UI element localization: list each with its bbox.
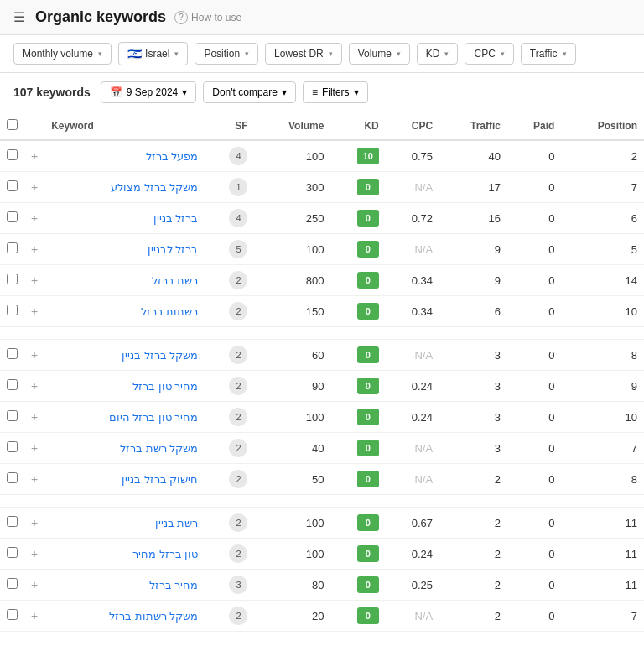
keyword-link[interactable]: ברזל בניין xyxy=(153,212,199,225)
plus-icon[interactable]: + xyxy=(31,211,38,225)
expand-cell[interactable]: + xyxy=(24,601,44,632)
row-checkbox-cell[interactable] xyxy=(0,296,24,327)
plus-icon[interactable]: + xyxy=(31,149,38,163)
plus-icon[interactable]: + xyxy=(31,547,38,560)
expand-cell[interactable]: + xyxy=(24,464,44,495)
keyword-link[interactable]: משקל ברזל מצולע xyxy=(111,181,198,194)
kd-cell: 0 xyxy=(330,570,385,601)
kd-cell: 0 xyxy=(330,234,385,265)
keyword-link[interactable]: משקל רשתות ברזל xyxy=(109,610,198,623)
row-checkbox-cell[interactable] xyxy=(0,601,24,632)
monthly-volume-label: Monthly volume xyxy=(23,48,93,60)
row-checkbox[interactable] xyxy=(7,180,18,191)
plus-icon[interactable]: + xyxy=(31,242,38,256)
keyword-link[interactable]: טון ברזל מחיר xyxy=(132,548,198,560)
row-checkbox[interactable] xyxy=(7,516,18,527)
plus-icon[interactable]: + xyxy=(31,472,38,486)
help-link[interactable]: ? How to use xyxy=(174,11,242,24)
expand-cell[interactable]: + xyxy=(24,340,44,371)
keyword-cell: טון ברזל מחיר xyxy=(44,539,205,570)
plus-icon[interactable]: + xyxy=(31,578,38,591)
row-checkbox[interactable] xyxy=(7,149,18,160)
monthly-volume-filter[interactable]: Monthly volume ▾ xyxy=(13,43,112,65)
keyword-link[interactable]: משקל רשת ברזל xyxy=(120,442,198,455)
row-checkbox[interactable] xyxy=(7,609,18,620)
keyword-link[interactable]: מפעל ברזל xyxy=(146,150,199,163)
plus-icon[interactable]: + xyxy=(31,348,38,362)
row-checkbox-cell[interactable] xyxy=(0,203,24,234)
row-checkbox-cell[interactable] xyxy=(0,234,24,265)
traffic-filter[interactable]: Traffic ▾ xyxy=(521,43,576,65)
keyword-link[interactable]: מחיר ברזל xyxy=(149,579,199,591)
row-checkbox[interactable] xyxy=(7,305,18,315)
expand-cell[interactable]: + xyxy=(24,296,44,327)
keyword-link[interactable]: מחיר טון ברזל xyxy=(132,380,198,393)
expand-cell[interactable]: + xyxy=(24,570,44,601)
row-checkbox[interactable] xyxy=(7,242,18,253)
row-checkbox-cell[interactable] xyxy=(0,265,24,296)
position-filter[interactable]: Position ▾ xyxy=(195,43,258,65)
plus-icon[interactable]: + xyxy=(31,609,38,623)
row-checkbox[interactable] xyxy=(7,578,18,589)
select-all-checkbox[interactable] xyxy=(7,119,18,130)
paid-cell: 0 xyxy=(507,570,561,601)
keyword-link[interactable]: משקל ברזל בניין xyxy=(122,349,198,362)
row-checkbox[interactable] xyxy=(7,274,18,284)
plus-icon[interactable]: + xyxy=(31,180,38,194)
plus-icon[interactable]: + xyxy=(31,379,38,393)
row-checkbox-cell[interactable] xyxy=(0,433,24,464)
chevron-down-icon: ▾ xyxy=(282,86,287,98)
keyword-link[interactable]: ברזל לבניין xyxy=(148,243,199,256)
keyword-link[interactable]: חישוק ברזל בניין xyxy=(122,473,198,486)
expand-cell[interactable]: + xyxy=(24,539,44,570)
row-checkbox-cell[interactable] xyxy=(0,371,24,402)
menu-icon[interactable]: ☰ xyxy=(13,9,25,25)
sf-badge: 2 xyxy=(229,513,247,532)
row-checkbox-cell[interactable] xyxy=(0,508,24,539)
expand-cell[interactable]: + xyxy=(24,203,44,234)
compare-button[interactable]: Don't compare ▾ xyxy=(203,81,296,103)
kd-filter[interactable]: KD ▾ xyxy=(417,43,459,65)
keyword-link[interactable]: מחיר טון ברזל היום xyxy=(109,411,199,424)
lowest-dr-filter[interactable]: Lowest DR ▾ xyxy=(265,43,342,65)
position-cell: 2 xyxy=(561,140,644,172)
row-checkbox-cell[interactable] xyxy=(0,340,24,371)
row-checkbox[interactable] xyxy=(7,472,18,483)
volume-filter[interactable]: Volume ▾ xyxy=(349,43,410,65)
row-checkbox[interactable] xyxy=(7,547,18,558)
plus-icon[interactable]: + xyxy=(31,410,38,424)
row-checkbox-cell[interactable] xyxy=(0,140,24,172)
plus-icon[interactable]: + xyxy=(31,305,38,318)
row-checkbox[interactable] xyxy=(7,441,18,452)
row-checkbox-cell[interactable] xyxy=(0,570,24,601)
keyword-link[interactable]: רשת ברזל xyxy=(152,274,199,287)
select-all-header[interactable] xyxy=(0,112,24,140)
keyword-link[interactable]: רשת בניין xyxy=(155,517,199,529)
country-filter[interactable]: 🇮🇱 Israel ▾ xyxy=(118,42,188,65)
row-checkbox[interactable] xyxy=(7,379,18,390)
row-checkbox-cell[interactable] xyxy=(0,539,24,570)
expand-cell[interactable]: + xyxy=(24,433,44,464)
keyword-link[interactable]: רשתות ברזל xyxy=(141,305,199,318)
keyword-cell: ברזל לבניין xyxy=(44,234,205,265)
row-checkbox-cell[interactable] xyxy=(0,464,24,495)
expand-cell[interactable]: + xyxy=(24,508,44,539)
expand-cell[interactable]: + xyxy=(24,234,44,265)
cpc-filter[interactable]: CPC ▾ xyxy=(465,43,513,65)
row-checkbox-cell[interactable] xyxy=(0,402,24,433)
row-checkbox-cell[interactable] xyxy=(0,172,24,203)
filters-button[interactable]: ≡ Filters ▾ xyxy=(303,81,368,103)
date-label: 9 Sep 2024 xyxy=(127,86,178,98)
plus-icon[interactable]: + xyxy=(31,441,38,455)
row-checkbox[interactable] xyxy=(7,410,18,421)
expand-cell[interactable]: + xyxy=(24,140,44,172)
row-checkbox[interactable] xyxy=(7,211,18,222)
expand-cell[interactable]: + xyxy=(24,172,44,203)
plus-icon[interactable]: + xyxy=(31,274,38,287)
expand-cell[interactable]: + xyxy=(24,265,44,296)
expand-cell[interactable]: + xyxy=(24,402,44,433)
expand-cell[interactable]: + xyxy=(24,371,44,402)
plus-icon[interactable]: + xyxy=(31,516,38,529)
date-picker-button[interactable]: 📅 9 Sep 2024 ▾ xyxy=(101,81,196,103)
row-checkbox[interactable] xyxy=(7,348,18,359)
